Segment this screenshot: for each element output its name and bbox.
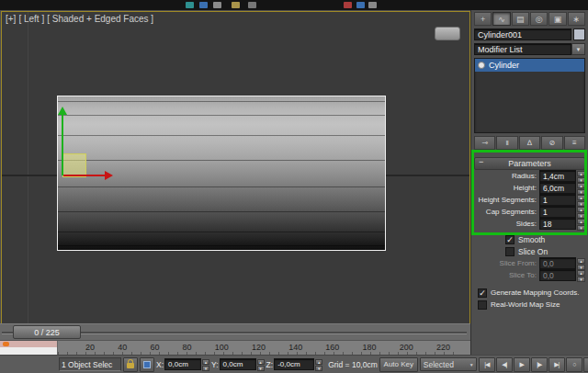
gizmo-x-axis-arrowhead[interactable] bbox=[105, 171, 113, 180]
x-spinner[interactable]: ▴▾ bbox=[202, 359, 209, 370]
height-spinner[interactable]: ▴▾ bbox=[577, 183, 585, 193]
z-coordinate-field[interactable]: -0,0cm bbox=[274, 358, 314, 370]
macro-recorder-row[interactable] bbox=[0, 341, 57, 347]
radius-spinner[interactable]: ▴▾ bbox=[577, 171, 585, 181]
create-tab[interactable]: + bbox=[474, 12, 492, 26]
slice-to-spinner[interactable]: ▴▾ bbox=[577, 270, 585, 280]
make-unique-button[interactable]: ∆ bbox=[519, 136, 540, 150]
remove-modifier-button[interactable]: ⊘ bbox=[541, 136, 562, 150]
toolbar-icon[interactable] bbox=[199, 2, 208, 8]
y-coordinate-field[interactable]: 0,0cm bbox=[220, 358, 256, 370]
slice-to-label: Slice To: bbox=[474, 271, 539, 279]
tick-label: 40 bbox=[118, 343, 127, 352]
track-bar-ruler[interactable]: 20 40 60 80 100 120 140 160 180 200 220 bbox=[58, 341, 470, 356]
viewcube[interactable] bbox=[435, 27, 460, 40]
chevron-down-icon[interactable]: ▼ bbox=[571, 43, 585, 55]
modifier-list-dropdown[interactable]: Modifier List bbox=[474, 43, 571, 55]
gizmo-y-axis-arrow[interactable] bbox=[62, 115, 63, 175]
object-color-swatch[interactable] bbox=[573, 28, 585, 40]
viewport-shading-menu[interactable]: [ Shaded + Edged Faces ] bbox=[47, 14, 153, 24]
previous-frame-button[interactable]: ◀| bbox=[496, 357, 513, 372]
go-to-end-button[interactable]: ▶| bbox=[548, 357, 565, 372]
radius-field[interactable]: 1,4cm bbox=[539, 170, 576, 182]
parameters-rollout: − Parameters Radius: 1,4cm ▴▾ Height: 6,… bbox=[474, 157, 585, 311]
toolbar-icon[interactable] bbox=[368, 2, 377, 8]
time-configuration-button[interactable]: ▦ bbox=[583, 357, 588, 372]
utilities-tab[interactable]: ∗ bbox=[568, 12, 585, 26]
lock-icon bbox=[127, 363, 134, 368]
gizmo-x-axis-arrow[interactable] bbox=[63, 175, 106, 176]
key-mode-toggle-button[interactable]: ○ bbox=[566, 357, 582, 372]
go-to-start-button[interactable]: |◀ bbox=[479, 357, 495, 372]
grid-size-readout: Grid = 10,0cm bbox=[328, 360, 378, 369]
hierarchy-tab[interactable]: ▤ bbox=[512, 12, 529, 26]
track-bar[interactable]: 20 40 60 80 100 120 140 160 180 200 220 bbox=[0, 340, 470, 356]
modifier-stack[interactable]: Cylinder bbox=[474, 58, 585, 133]
y-spinner[interactable]: ▴▾ bbox=[257, 359, 265, 370]
toolbar-icon[interactable] bbox=[213, 2, 221, 8]
command-panel-tabs: + ∿ ▤ ◎ ▣ ∗ bbox=[474, 12, 585, 26]
command-panel: + ∿ ▤ ◎ ▣ ∗ Cylinder001 Modifier List ▼ … bbox=[470, 10, 588, 355]
parameters-rollout-header[interactable]: − Parameters bbox=[474, 157, 585, 170]
listener-marker-icon bbox=[3, 342, 9, 346]
viewport-pov-menu[interactable]: [ Left ] bbox=[18, 14, 44, 24]
slice-from-spinner[interactable]: ▴▾ bbox=[577, 258, 585, 268]
viewport-general-menu[interactable]: [+] bbox=[6, 14, 16, 24]
slice-from-field[interactable]: 0,0 bbox=[539, 257, 576, 269]
time-slider[interactable]: 0 / 225 bbox=[0, 323, 470, 340]
modifier-stack-item-cylinder[interactable]: Cylinder bbox=[475, 59, 584, 72]
z-spinner[interactable]: ▴▾ bbox=[315, 359, 322, 370]
height-label: Height: bbox=[474, 184, 539, 192]
maxscript-mini-listener[interactable] bbox=[0, 341, 58, 356]
object-name-field[interactable]: Cylinder001 bbox=[474, 28, 571, 40]
configure-modifier-sets-button[interactable]: ≡ bbox=[564, 136, 585, 150]
viewport-left[interactable]: [+] [ Left ] [ Shaded + Edged Faces ] bbox=[1, 11, 470, 324]
sides-field[interactable]: 18 bbox=[539, 218, 576, 230]
play-button[interactable]: ▶ bbox=[514, 357, 530, 372]
toolbar-icon[interactable] bbox=[186, 2, 194, 8]
toolbar-icon[interactable] bbox=[344, 2, 352, 8]
selection-lock-button[interactable] bbox=[123, 357, 138, 372]
cap-segments-spinner[interactable]: ▴▾ bbox=[577, 207, 585, 217]
toolbar-icon[interactable] bbox=[248, 2, 256, 8]
slice-to-field[interactable]: 0,0 bbox=[539, 269, 576, 281]
motion-tab[interactable]: ◎ bbox=[530, 12, 548, 26]
modify-tab[interactable]: ∿ bbox=[492, 12, 510, 26]
pin-stack-button[interactable]: ⊸ bbox=[474, 136, 495, 150]
generate-mapping-coords-checkbox[interactable] bbox=[478, 288, 487, 298]
next-frame-button[interactable]: |▶ bbox=[531, 357, 548, 372]
height-segments-spinner[interactable]: ▴▾ bbox=[577, 195, 585, 205]
ruler-numbers: 20 40 60 80 100 120 140 160 180 200 220 bbox=[58, 343, 458, 352]
transport-controls: |◀ ◀| ▶ |▶ ▶| ○ ▦ ≡ bbox=[479, 357, 588, 372]
time-slider-handle[interactable]: 0 / 225 bbox=[13, 325, 81, 339]
cap-segments-field[interactable]: 1 bbox=[539, 206, 576, 218]
display-tab[interactable]: ▣ bbox=[548, 12, 566, 26]
height-field[interactable]: 6,0cm bbox=[539, 182, 576, 194]
radius-label: Radius: bbox=[474, 172, 539, 180]
absolute-mode-icon bbox=[143, 361, 151, 368]
x-label: X: bbox=[156, 360, 164, 369]
sides-spinner[interactable]: ▴▾ bbox=[577, 219, 585, 229]
tick-label: 60 bbox=[150, 343, 159, 352]
auto-key-button[interactable]: Auto Key bbox=[379, 357, 418, 372]
gizmo-y-axis-arrowhead[interactable] bbox=[58, 107, 67, 115]
visibility-bulb-icon[interactable] bbox=[478, 62, 485, 69]
toolbar-icon[interactable] bbox=[356, 2, 365, 8]
height-segments-field[interactable]: 1 bbox=[539, 194, 576, 206]
key-filter-dropdown[interactable]: Selected bbox=[420, 357, 477, 371]
cylinder-edge bbox=[58, 232, 385, 232]
tick-label: 200 bbox=[400, 343, 413, 352]
x-coordinate-field[interactable]: 0,0cm bbox=[164, 358, 201, 370]
tick-label: 220 bbox=[436, 343, 450, 352]
cylinder-edge bbox=[58, 101, 385, 102]
absolute-mode-button[interactable] bbox=[140, 357, 154, 372]
real-world-map-size-checkbox[interactable] bbox=[478, 300, 487, 310]
cylinder-edge bbox=[58, 115, 385, 116]
show-end-result-button[interactable]: ‖ bbox=[496, 136, 517, 150]
y-coordinate-group: Y: 0,0cm ▴▾ bbox=[211, 358, 265, 370]
height-segments-label: Height Segments: bbox=[474, 196, 539, 204]
slice-on-checkbox[interactable] bbox=[505, 247, 514, 256]
collapse-icon: − bbox=[479, 157, 483, 166]
toolbar-icon[interactable] bbox=[232, 2, 240, 8]
smooth-checkbox[interactable] bbox=[505, 235, 514, 244]
